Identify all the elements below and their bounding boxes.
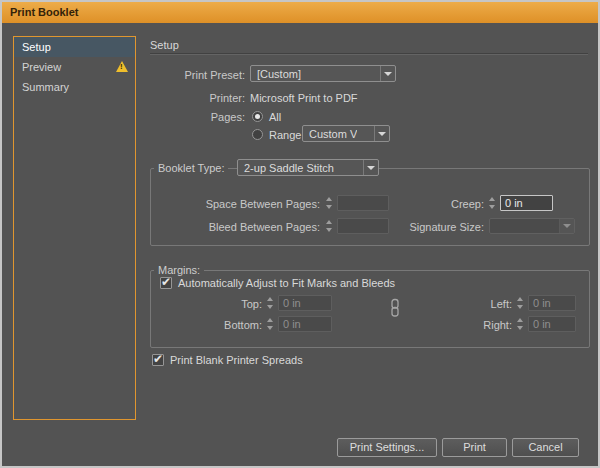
bleed-between-pages-label: Bleed Between Pages: <box>150 219 320 235</box>
printer-label: Printer: <box>100 90 245 106</box>
print-blank-spreads-label: Print Blank Printer Spreads <box>170 352 303 368</box>
creep-label: Creep: <box>404 196 484 212</box>
margin-top-label: Top: <box>182 296 262 312</box>
margin-top-field[interactable]: 0 in <box>278 295 332 311</box>
chevron-down-icon <box>363 160 378 175</box>
margin-right-field[interactable]: 0 in <box>528 316 576 332</box>
section-heading: Setup <box>150 39 179 51</box>
margin-bottom-field[interactable]: 0 in <box>278 316 332 332</box>
chain-link-icon <box>388 298 402 322</box>
margin-left-field[interactable]: 0 in <box>528 295 576 311</box>
print-preset-label: Print Preset: <box>100 67 245 83</box>
space-between-pages-label: Space Between Pages: <box>150 196 320 212</box>
divider <box>150 53 588 54</box>
pages-range-value: Custom V <box>309 128 357 140</box>
print-settings-button[interactable]: Print Settings... <box>337 438 437 457</box>
titlebar[interactable]: Print Booklet <box>2 2 598 23</box>
chevron-down-icon <box>374 126 389 141</box>
print-button[interactable]: Print <box>442 438 507 457</box>
pages-label: Pages: <box>100 109 245 125</box>
printer-value: Microsoft Print to PDF <box>250 90 358 106</box>
creep-field[interactable]: 0 in <box>500 195 553 211</box>
sidebar-item-label: Preview <box>22 61 61 73</box>
print-preset-dropdown[interactable]: [Custom] <box>250 65 396 82</box>
booklet-type-value: 2-up Saddle Stitch <box>244 162 334 174</box>
creep-stepper[interactable] <box>487 195 498 211</box>
pages-range-dropdown[interactable]: Custom V <box>302 125 390 142</box>
pages-all-radio[interactable] <box>252 111 263 122</box>
auto-adjust-checkbox[interactable] <box>160 277 172 289</box>
auto-adjust-label: Automatically Adjust to Fit Marks and Bl… <box>178 275 395 291</box>
margin-right-stepper[interactable] <box>515 316 526 332</box>
sidebar-item-label: Setup <box>22 41 51 53</box>
booklet-type-dropdown[interactable]: 2-up Saddle Stitch <box>237 159 379 176</box>
dialog-frame: Print Booklet Setup Preview Summary Setu… <box>0 0 600 468</box>
pages-range-label: Range: <box>269 127 304 143</box>
signature-size-label: Signature Size: <box>404 219 484 235</box>
pages-all-label: All <box>269 109 281 125</box>
sidebar-item-setup[interactable]: Setup <box>14 37 135 57</box>
margin-right-label: Right: <box>432 317 512 333</box>
print-blank-spreads-checkbox[interactable] <box>152 354 164 366</box>
space-between-pages-stepper up-down-stepper-icon[interactable] <box>324 195 335 211</box>
window-title: Print Booklet <box>10 2 78 23</box>
chevron-down-icon <box>380 66 395 81</box>
booklet-type-label: Booklet Type: <box>154 161 228 175</box>
sidebar-item-label: Summary <box>22 81 69 93</box>
pages-range-radio[interactable] <box>252 129 263 140</box>
margin-left-stepper[interactable] <box>515 295 526 311</box>
margin-left-label: Left: <box>432 296 512 312</box>
print-preset-value: [Custom] <box>257 68 301 80</box>
margin-bottom-stepper[interactable] <box>265 316 276 332</box>
cancel-button[interactable]: Cancel <box>512 438 579 457</box>
print-booklet-dialog: Print Booklet Setup Preview Summary Setu… <box>2 2 598 466</box>
signature-size-dropdown[interactable] <box>489 218 575 234</box>
bleed-between-pages-field[interactable] <box>337 218 389 234</box>
space-between-pages-field[interactable] <box>337 195 389 211</box>
chevron-down-icon <box>559 219 574 233</box>
bleed-between-pages-stepper[interactable] <box>324 218 335 234</box>
margin-top-stepper[interactable] <box>265 295 276 311</box>
margin-bottom-label: Bottom: <box>182 317 262 333</box>
